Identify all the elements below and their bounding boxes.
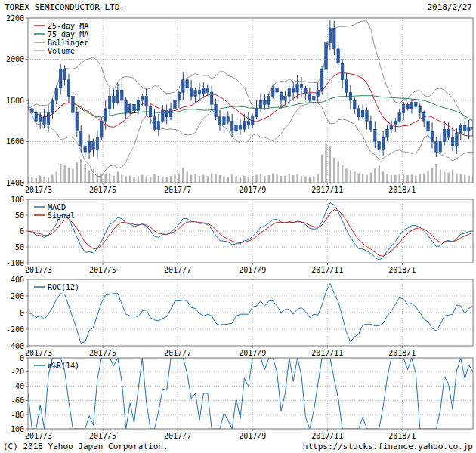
x-tick-label: 2018/1: [388, 266, 416, 274]
legend-label: 75-day MA: [48, 30, 88, 39]
copyright-text: (C) 2018 Yahoo Japan Corporation.: [3, 442, 168, 451]
legend-label: Volume: [48, 47, 75, 55]
x-tick-label: 2017/5: [89, 432, 116, 440]
x-tick-label: 2017/7: [164, 432, 191, 440]
x-tick-label: 2018/1: [388, 432, 416, 440]
roc-series: [28, 284, 473, 344]
x-tick-label: 2017/9: [239, 266, 266, 274]
y-tick-label: 1600: [6, 137, 24, 146]
y-tick-label: -400: [6, 342, 24, 350]
macd-series: [28, 203, 473, 260]
x-tick-label: 2017/11: [311, 266, 343, 274]
y-tick-label: -200: [6, 325, 24, 334]
signal-line: [28, 210, 473, 256]
y-tick-label: 100: [11, 196, 24, 204]
y-tick-label: -100: [6, 425, 24, 433]
y-tick-label: 0: [20, 309, 24, 317]
chart-footer: (C) 2018 Yahoo Japan Corporation. https:…: [0, 441, 476, 453]
wpr-legend: W%R(14): [34, 362, 79, 370]
wpr-line: [28, 358, 473, 429]
x-tick-label: 2017/5: [89, 186, 116, 194]
x-tick-label: 2017/5: [89, 266, 116, 274]
macd-legend: MACDSignal: [34, 203, 75, 220]
y-tick-label: -100: [6, 259, 24, 267]
x-tick-label: 2018/1: [388, 349, 416, 357]
y-tick-label: 400: [11, 276, 24, 284]
x-tick-label: 2017/3: [25, 349, 52, 357]
x-tick-label: 2017/9: [239, 349, 266, 357]
x-tick-label: 2017/5: [89, 349, 116, 357]
legend-label: Bollinger: [48, 39, 88, 47]
x-tick-label: 2018/1: [388, 186, 416, 194]
y-tick-label: -40: [11, 382, 24, 390]
x-tick-label: 2017/11: [311, 349, 343, 357]
price-legend: 25-day MA75-day MABollingerVolume: [34, 22, 88, 55]
bollinger-lower-line: [28, 103, 473, 176]
source-url: https://stocks.finance.yahoo.co.jp: [303, 442, 473, 451]
y-tick-label: -60: [11, 396, 24, 405]
x-tick-label: 2017/9: [239, 186, 266, 194]
x-tick-label: 2017/7: [164, 186, 191, 194]
macd-line: [28, 203, 473, 260]
wpr-series: [28, 358, 473, 429]
y-tick-label: 200: [11, 292, 24, 300]
y-tick-label: -80: [11, 411, 24, 419]
x-tick-label: 2017/11: [311, 186, 343, 194]
y-tick-label: 50: [15, 211, 24, 220]
roc-line: [28, 284, 473, 344]
price-series: [26, 20, 474, 183]
y-tick-label: 2200: [6, 14, 24, 23]
legend-label: W%R(14): [48, 362, 79, 370]
roc-legend: ROC(12): [34, 283, 79, 291]
y-tick-label: 1400: [6, 179, 24, 187]
y-tick-label: -50: [11, 243, 24, 251]
x-tick-label: 2017/9: [239, 432, 266, 440]
y-tick-label: -20: [11, 368, 24, 376]
x-tick-label: 2017/3: [25, 186, 52, 194]
legend-label: ROC(12): [48, 283, 79, 291]
stock-chart: 220020001800160014002017/32017/52017/720…: [0, 0, 476, 453]
x-tick-label: 2017/7: [164, 266, 191, 274]
legend-label: MACD: [48, 203, 66, 211]
wpr-panel: 0-20-40-60-80-1002017/32017/52017/72017/…: [6, 354, 473, 441]
x-tick-label: 2017/3: [25, 432, 52, 440]
x-tick-label: 2017/3: [25, 266, 52, 274]
legend-label: 25-day MA: [48, 22, 88, 30]
price-panel: 220020001800160014002017/32017/52017/720…: [6, 14, 474, 195]
x-tick-label: 2017/11: [311, 432, 343, 440]
wpr-border: [28, 358, 473, 429]
y-tick-label: 1800: [6, 97, 24, 105]
y-tick-label: 0: [20, 227, 24, 236]
roc-panel: 4002000-200-4002017/32017/52017/72017/92…: [6, 276, 473, 358]
macd-panel: 100500-50-1002017/32017/52017/72017/9201…: [6, 196, 473, 275]
legend-label: Signal: [48, 211, 75, 220]
x-tick-label: 2017/7: [164, 349, 191, 357]
y-tick-label: 0: [20, 354, 24, 362]
y-tick-label: 2000: [6, 55, 24, 63]
